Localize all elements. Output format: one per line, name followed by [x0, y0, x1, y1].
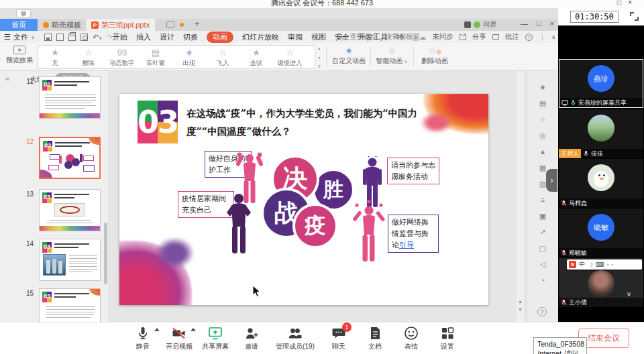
slide-thumbnail-15[interactable]: 03 — [39, 288, 101, 322]
docs-button[interactable]: 文档 — [357, 325, 393, 351]
smart-animation-button[interactable]: ☆ 智能动画 ∨ — [373, 45, 411, 66]
maximize-icon[interactable]: □ — [617, 0, 628, 6]
tab-home[interactable]: 首页 — [0, 19, 38, 31]
help-icon[interactable]: ? — [525, 34, 533, 41]
pyramid-icon[interactable]: ▲ — [536, 148, 549, 156]
animation-pane-icon[interactable]: ★ — [536, 83, 549, 92]
ime-skin-icon[interactable]: ▪ — [607, 262, 608, 267]
present-monitor-icon[interactable] — [166, 21, 174, 27]
canvas-scrollbar[interactable]: ▲▼ — [517, 71, 524, 322]
menu-design[interactable]: 设计 — [160, 32, 174, 42]
start-video-button[interactable]: 开启视频 — [161, 325, 197, 351]
collapse-sidebar-icon[interactable]: « — [5, 74, 9, 82]
invite-button[interactable]: 邀请 — [233, 325, 270, 351]
collapse-ribbon-icon[interactable]: ∧ — [551, 34, 555, 40]
mic-options-caret[interactable] — [154, 328, 160, 331]
adjust-icon[interactable]: ≡ — [536, 196, 549, 204]
protect-shield-button[interactable] — [16, 9, 31, 18]
meeting-window-controls[interactable]: □× — [617, 0, 639, 6]
anim-wipe[interactable]: ☆擦除 — [72, 46, 105, 68]
emoji-button[interactable]: 表情 — [393, 325, 429, 351]
share-button[interactable]: 分享 — [472, 32, 486, 42]
gallery-scroll-buttons[interactable]: ▴▾≡ — [316, 45, 323, 69]
chevron-down-icon[interactable]: ∨ — [627, 290, 631, 298]
anim-appear[interactable]: ★出现 — [172, 46, 206, 68]
anim-slowin[interactable]: ☆缓慢进入 — [273, 46, 307, 68]
undo-icon[interactable]: ↶∨ — [93, 33, 102, 42]
ime-toolbar[interactable]: S 中 ☽ ⌨ ▪ ▪ — [567, 259, 642, 270]
menu-view[interactable]: 视图 — [311, 32, 326, 42]
tab-active-document[interactable]: P第三组ppt.pptx — [86, 19, 155, 31]
ime-moon-icon[interactable]: ☽ — [588, 261, 593, 268]
anim-flyin[interactable]: ☆飞入 — [206, 46, 239, 68]
wps-window-controls[interactable]: — □ × — [521, 19, 554, 27]
new-tab-button[interactable]: + — [195, 19, 200, 29]
menu-start[interactable]: 开始 — [113, 32, 127, 42]
close-icon[interactable]: × — [550, 19, 554, 27]
anim-none[interactable]: ★无 — [38, 46, 72, 68]
file-menu[interactable]: ☰文件∨ — [4, 31, 35, 43]
print-preview-icon[interactable] — [80, 34, 88, 41]
mute-button[interactable]: 静音 — [125, 325, 161, 351]
slide-thumbnail-13[interactable]: 03 — [39, 189, 101, 231]
export-icon[interactable] — [56, 34, 64, 41]
chat-button[interactable]: 1 聊天 — [321, 325, 357, 351]
fullscreen-icon[interactable] — [630, 12, 639, 21]
account-chip[interactable]: 同屏 — [464, 20, 496, 30]
menu-insert[interactable]: 插入 — [136, 32, 151, 42]
video-options-caret[interactable] — [191, 328, 196, 331]
slide-thumbnail-12-selected[interactable]: 03 — [39, 137, 101, 179]
anim-blinds[interactable]: ▤百叶窗 — [139, 46, 172, 68]
close-icon[interactable]: × — [628, 0, 639, 6]
message-center-icon[interactable] — [464, 21, 471, 28]
more-icon[interactable]: ⋮ — [539, 33, 546, 41]
anim-number[interactable]: 99动态数字 — [105, 46, 139, 68]
manage-members-button[interactable]: 管理成员(19) — [270, 325, 321, 351]
video-tile-host[interactable]: 主持人 佳佳 — [559, 109, 643, 158]
menu-animation-active[interactable]: 动画 — [207, 32, 233, 43]
panel-collapse-handle[interactable]: › — [546, 169, 557, 192]
menu-transitions[interactable]: 切换 — [183, 32, 198, 42]
delete-animation-button[interactable]: ☆⊘ 删除动画 — [416, 45, 453, 66]
video-tile-sharing[interactable]: 燕珍 安燕珍的屏幕共享 — [559, 59, 643, 108]
shape-icon[interactable]: ○ — [536, 115, 549, 123]
menu-review[interactable]: 审阅 — [288, 32, 303, 42]
anim-box[interactable]: ★盒状 — [239, 46, 273, 68]
window-icon[interactable]: ▢ — [536, 244, 549, 253]
video-tile[interactable]: 马梓垚 — [559, 159, 643, 208]
ime-toolbox-icon[interactable]: ▪ — [612, 262, 613, 267]
audio-icon[interactable]: ◁ — [536, 260, 549, 269]
user-avatar[interactable] — [474, 21, 480, 28]
layout-icon[interactable]: ▤ — [536, 99, 549, 108]
slide-thumbnail-11[interactable]: 02 — [39, 76, 101, 119]
menu-slideshow[interactable]: 幻灯片放映 — [242, 32, 279, 42]
video-tile[interactable]: 晓敏 郑晓敏 — [559, 209, 643, 257]
maximize-icon[interactable]: □ — [537, 19, 541, 27]
share-screen-button[interactable]: 共享屏幕 — [197, 325, 233, 351]
ime-lang-icon[interactable]: 中 — [579, 260, 585, 269]
save-icon[interactable] — [44, 34, 52, 41]
sogou-icon[interactable]: S — [569, 261, 576, 268]
invite-person-icon — [244, 326, 259, 341]
settings-button[interactable]: 设置 — [429, 325, 466, 351]
preview-effect-button[interactable]: ★ 预览效果 — [4, 45, 35, 69]
print-icon[interactable] — [68, 34, 76, 41]
sidebar-scrollbar[interactable] — [104, 223, 107, 284]
custom-animation-button[interactable]: ★ 自定义动画 — [330, 45, 368, 66]
comment-button[interactable]: 批注 — [505, 32, 519, 42]
ime-keyboard-icon[interactable]: ⌨ — [596, 261, 604, 268]
export-icon[interactable]: ↗ — [536, 228, 549, 237]
video-tile[interactable]: S 中 ☽ ⌨ ▪ ▪ ∨ 王小倩 — [559, 258, 643, 307]
target-icon[interactable]: ◎ — [536, 131, 549, 140]
slide-12[interactable]: 03 在这场战“疫”中，作为大学生党员，我们能为“中国力度”“中国温度”做什么？… — [119, 94, 488, 305]
tab-docer-templates[interactable]: 稻壳模板 — [38, 19, 87, 31]
help-icon[interactable]: ? — [537, 307, 547, 316]
sync-status[interactable]: 未同步 — [432, 32, 453, 42]
link-yindao[interactable]: 引导 — [399, 241, 414, 249]
image-icon[interactable]: ▣ — [536, 212, 549, 221]
record-icon[interactable]: ◔ — [536, 276, 549, 284]
search-input[interactable]: 查找命令、搜索模板 — [350, 32, 413, 42]
minimize-icon[interactable]: — — [521, 19, 528, 27]
slide-thumbnail-14[interactable]: 03 — [39, 239, 101, 281]
settings-grid-icon — [440, 326, 455, 341]
